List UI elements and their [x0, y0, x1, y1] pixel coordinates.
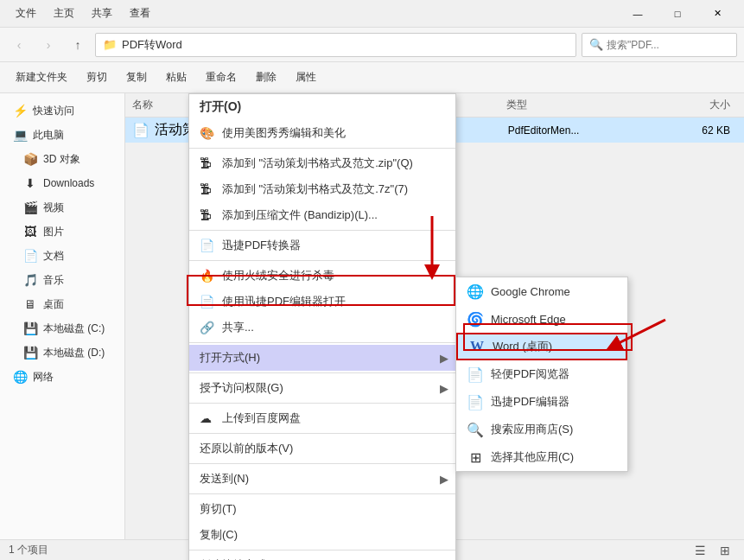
sidebar-label-drivec: 本地磁盘 (C:)	[43, 321, 105, 336]
sendto-arrow-icon: ▶	[440, 473, 448, 486]
back-button[interactable]: ‹	[7, 33, 31, 57]
close-button[interactable]: ✕	[697, 0, 737, 28]
ctx-pdfconvert[interactable]: 📄 迅捷PDF转换器	[189, 232, 455, 258]
search-input[interactable]	[607, 39, 719, 51]
ctx-sep-4	[189, 342, 455, 343]
window-controls: — □ ✕	[618, 0, 737, 28]
ctx-sep-7	[189, 433, 455, 434]
ctx-sendto[interactable]: 发送到(N) ▶	[189, 466, 455, 492]
sidebar-item-drivec[interactable]: 💾 本地磁盘 (C:)	[0, 316, 124, 340]
file-size: 62 KB	[656, 124, 737, 137]
appstore-icon: 🔍	[467, 422, 484, 438]
sidebar-item-network[interactable]: 🌐 网络	[0, 365, 124, 389]
ctx-7z[interactable]: 🗜 添加到 "活动策划书格式及范文.7z"(7)	[189, 176, 455, 202]
pdfviewer-icon: 📄	[467, 366, 484, 383]
pdfeditor2-icon: 📄	[467, 394, 484, 410]
ctx-open[interactable]: 打开(O)	[189, 94, 455, 120]
file-type: PdfEditorMen...	[508, 124, 657, 137]
submenu-pdfeditor2[interactable]: 📄 迅捷PDF编辑器	[456, 388, 627, 416]
submenu-otherapp[interactable]: ⊞ 选择其他应用(C)	[456, 443, 627, 471]
list-view-button[interactable]: ☰	[690, 542, 711, 559]
sidebar-item-desktop[interactable]: 🖥 桌面	[0, 292, 124, 316]
cut-button[interactable]: 剪切	[78, 66, 116, 90]
sidebar-item-documents[interactable]: 📄 文档	[0, 244, 124, 268]
menu-share[interactable]: 共享	[83, 3, 121, 24]
search-icon: 🔍	[589, 38, 603, 51]
sidebar-item-downloads[interactable]: ⬇ Downloads	[0, 171, 124, 195]
sidebar-item-drived[interactable]: 💾 本地磁盘 (D:)	[0, 340, 124, 365]
properties-button[interactable]: 属性	[287, 66, 325, 90]
ctx-copy[interactable]: 复制(C)	[189, 522, 455, 548]
folder-icon: 📁	[103, 38, 117, 51]
submenu-chrome[interactable]: 🌐 Google Chrome	[456, 277, 627, 305]
header-size[interactable]: 大小	[656, 98, 738, 112]
ctx-7z-label: 添加到 "活动策划书格式及范文.7z"(7)	[222, 181, 445, 197]
sidebar-item-pictures[interactable]: 🖼 图片	[0, 220, 124, 244]
ctx-baidu[interactable]: ☁ 上传到百度网盘	[189, 405, 455, 431]
maximize-button[interactable]: □	[658, 0, 697, 28]
ctx-meitu-label: 使用美图秀秀编辑和美化	[222, 125, 445, 141]
submenu-edge[interactable]: 🌀 Microsoft Edge	[456, 305, 627, 333]
ctx-openwith[interactable]: 打开方式(H) ▶	[189, 345, 455, 371]
otherapp-icon: ⊞	[467, 449, 484, 466]
submenu-chrome-label: Google Chrome	[491, 285, 570, 298]
ctx-access-label: 授予访问权限(G)	[200, 380, 445, 396]
ctx-meitu[interactable]: 🎨 使用美图秀秀编辑和美化	[189, 120, 455, 146]
sidebar-label-documents: 文档	[43, 249, 64, 264]
menu-view[interactable]: 查看	[121, 3, 159, 24]
address-box[interactable]: 📁 PDF转Word	[95, 33, 576, 57]
ctx-antivirus-label: 使用火绒安全进行杀毒	[222, 268, 445, 283]
ctx-sep-6	[189, 403, 455, 404]
sidebar-item-videos[interactable]: 🎬 视频	[0, 195, 124, 220]
submenu-pdfviewer-label: 轻便PDF阅览器	[491, 366, 569, 382]
sidebar-item-3dobjects[interactable]: 📦 3D 对象	[0, 147, 124, 171]
grid-view-button[interactable]: ⊞	[715, 542, 735, 559]
submenu-appstore[interactable]: 🔍 搜索应用商店(S)	[456, 416, 627, 443]
menu-bar: 文件 主页 共享 查看	[7, 3, 159, 24]
sidebar-item-thispc[interactable]: 💻 此电脑	[0, 123, 124, 147]
ctx-zip[interactable]: 🗜 添加到 "活动策划书格式及范文.zip"(Q)	[189, 150, 455, 176]
submenu-word-label: Word (桌面)	[493, 339, 552, 354]
sidebar-item-music[interactable]: 🎵 音乐	[0, 268, 124, 292]
menu-file[interactable]: 文件	[7, 3, 45, 24]
ctx-cut[interactable]: 剪切(T)	[189, 496, 455, 522]
search-box[interactable]: 🔍	[582, 33, 737, 57]
music-icon: 🎵	[22, 273, 38, 287]
pdfeditor-icon: 📄	[200, 295, 219, 309]
documents-icon: 📄	[22, 249, 38, 263]
submenu-pdfviewer[interactable]: 📄 轻便PDF阅览器	[456, 360, 627, 388]
forward-button[interactable]: ›	[36, 33, 60, 57]
7z-icon: 🗜	[200, 182, 219, 196]
minimize-button[interactable]: —	[618, 0, 658, 28]
paste-button[interactable]: 粘贴	[157, 66, 195, 90]
ctx-bandizip[interactable]: 🗜 添加到压缩文件 (Bandizip)(L)...	[189, 202, 455, 228]
submenu-word[interactable]: W Word (桌面)	[456, 333, 627, 360]
ctx-restore[interactable]: 还原以前的版本(V)	[189, 436, 455, 461]
submenu-pdfeditor2-label: 迅捷PDF编辑器	[491, 394, 569, 410]
ctx-antivirus[interactable]: 🔥 使用火绒安全进行杀毒	[189, 263, 455, 289]
menu-home[interactable]: 主页	[45, 3, 83, 24]
ctx-access[interactable]: 授予访问权限(G) ▶	[189, 375, 455, 401]
ctx-sep-10	[189, 550, 455, 550]
ctx-pdfconvert-label: 迅捷PDF转换器	[222, 238, 445, 253]
pdfconvert-icon: 📄	[200, 239, 219, 252]
sidebar-label-pictures: 图片	[43, 225, 64, 239]
rename-button[interactable]: 重命名	[197, 66, 245, 90]
address-path: PDF转Word	[122, 37, 182, 53]
ctx-pdfeditor[interactable]: 📄 使用迅捷PDF编辑器打开	[189, 289, 455, 315]
ctx-share[interactable]: 🔗 共享...	[189, 315, 455, 340]
sidebar-item-quickaccess[interactable]: ⚡ 快速访问	[0, 99, 124, 123]
share-icon: 🔗	[200, 321, 219, 334]
new-folder-button[interactable]: 新建文件夹	[7, 66, 76, 90]
delete-button[interactable]: 删除	[247, 66, 285, 90]
up-button[interactable]: ↑	[66, 33, 90, 57]
network-icon: 🌐	[12, 370, 28, 384]
header-type[interactable]: 类型	[506, 98, 656, 112]
desktop-icon: 🖥	[22, 297, 38, 311]
ctx-sep-8	[189, 463, 455, 464]
ctx-shortcut[interactable]: 创建快捷方式(S)	[189, 552, 455, 560]
copy-button[interactable]: 复制	[118, 66, 156, 90]
ctx-baidu-label: 上传到百度网盘	[222, 410, 445, 426]
submenu-edge-label: Microsoft Edge	[491, 313, 566, 326]
videos-icon: 🎬	[22, 200, 38, 214]
